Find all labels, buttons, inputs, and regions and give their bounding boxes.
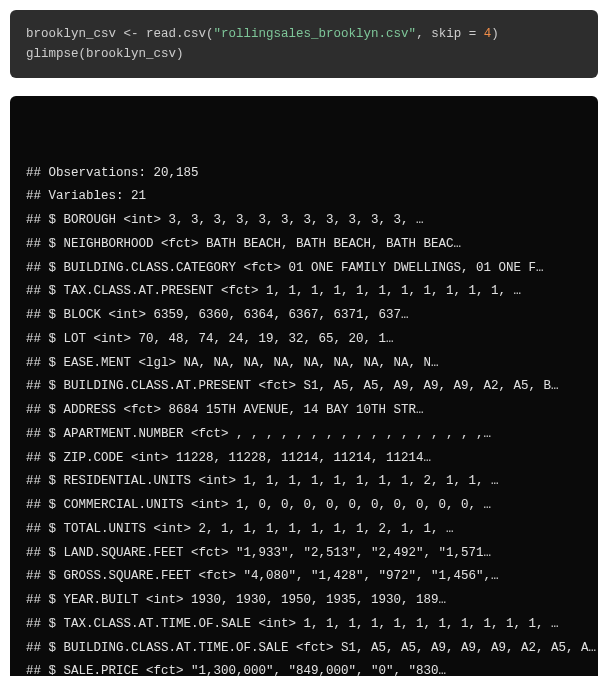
code-input-block: brooklyn_csv <- read.csv("rollingsales_b… — [10, 10, 598, 78]
output-lines: ## Observations: 20,185 ## Variables: 21… — [26, 166, 596, 677]
code-text: brooklyn_csv <- read.csv("rollingsales_b… — [26, 27, 499, 61]
code-output-block: ## Observations: 20,185 ## Variables: 21… — [10, 96, 598, 676]
